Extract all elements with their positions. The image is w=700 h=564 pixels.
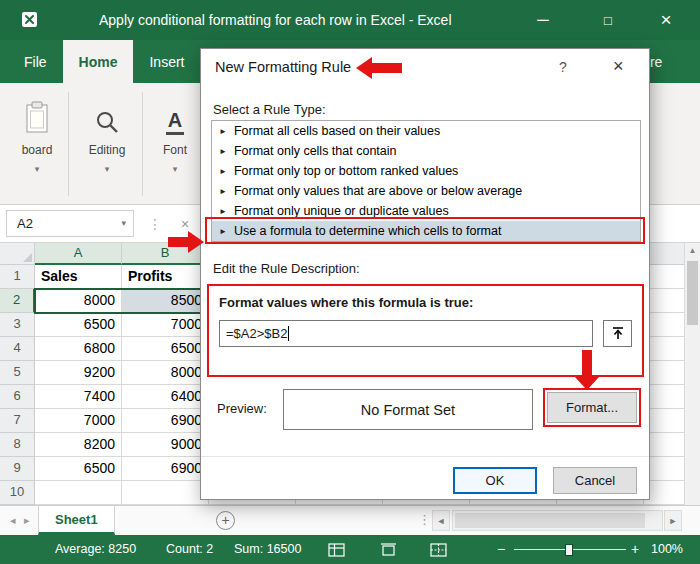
tab-home[interactable]: Home xyxy=(63,40,134,83)
formula-input[interactable]: =$A2>$B2 xyxy=(219,320,593,347)
row-header[interactable]: 8 xyxy=(0,433,35,457)
scroll-left-icon[interactable]: ◄ xyxy=(432,510,450,531)
dialog-close-button[interactable]: × xyxy=(613,56,624,77)
scroll-up-icon[interactable]: ▲ xyxy=(685,243,700,259)
normal-view-icon[interactable] xyxy=(328,543,345,561)
minimize-button[interactable]: ─ xyxy=(520,0,566,40)
cell[interactable]: Profits xyxy=(122,265,209,289)
row-header[interactable]: 7 xyxy=(0,409,35,433)
horizontal-scrollbar[interactable] xyxy=(452,510,663,531)
dialog-divider xyxy=(201,456,649,457)
column-header[interactable] xyxy=(644,243,684,265)
cell[interactable] xyxy=(644,265,684,289)
cell[interactable] xyxy=(644,337,684,361)
excel-app-icon xyxy=(21,11,38,28)
cell[interactable]: 6500 xyxy=(122,337,209,361)
row-header[interactable]: 5 xyxy=(0,361,35,385)
zoom-in-button[interactable]: + xyxy=(631,535,639,564)
cell[interactable]: 7000 xyxy=(122,313,209,337)
add-sheet-button[interactable]: + xyxy=(216,511,235,530)
row-header[interactable]: 3 xyxy=(0,313,35,337)
dialog-help-button[interactable]: ? xyxy=(559,59,567,75)
collapse-dialog-button[interactable] xyxy=(603,320,632,347)
cell[interactable]: 8200 xyxy=(35,433,122,457)
formula-cancel-icon[interactable]: × xyxy=(181,205,189,243)
cell[interactable]: 6400 xyxy=(122,385,209,409)
rule-type-option[interactable]: ►Use a formula to determine which cells … xyxy=(212,221,640,241)
cell[interactable]: 7000 xyxy=(35,409,122,433)
sheet-tab-sheet1[interactable]: Sheet1 xyxy=(38,506,115,535)
row-header[interactable]: 9 xyxy=(0,457,35,481)
page-layout-view-icon[interactable] xyxy=(380,543,397,561)
zoom-slider-handle[interactable] xyxy=(565,544,573,556)
column-header[interactable]: A xyxy=(35,243,122,265)
cell[interactable]: 6900 xyxy=(122,409,209,433)
cell[interactable] xyxy=(644,313,684,337)
cell[interactable]: 8000 xyxy=(122,361,209,385)
select-all-corner[interactable] xyxy=(0,243,35,265)
tab-insert[interactable]: Insert xyxy=(133,40,200,83)
scroll-right-icon[interactable]: ► xyxy=(664,510,682,531)
rule-type-option[interactable]: ►Format only unique or duplicate values xyxy=(212,201,640,221)
rule-type-option[interactable]: ►Format only cells that contain xyxy=(212,141,640,161)
rule-type-option[interactable]: ►Format all cells based on their values xyxy=(212,121,640,141)
zoom-out-button[interactable]: − xyxy=(497,535,505,564)
status-bar: Average: 8250 Count: 2 Sum: 16500 − xyxy=(0,535,700,564)
format-button[interactable]: Format... xyxy=(547,392,637,423)
cell[interactable]: 9000 xyxy=(122,433,209,457)
zoom-level[interactable]: 100% xyxy=(651,535,683,564)
clipboard-icon xyxy=(24,89,50,135)
rule-type-label: Format only values that are above or bel… xyxy=(234,184,522,198)
cell[interactable]: Sales xyxy=(35,265,122,289)
cell[interactable]: 8500 xyxy=(122,289,209,313)
cell[interactable] xyxy=(644,289,684,313)
excel-window: Apply conditional formatting for each ro… xyxy=(0,0,700,564)
cell[interactable]: 7400 xyxy=(35,385,122,409)
chevron-down-icon[interactable]: ▾ xyxy=(121,211,126,236)
name-box-value: A2 xyxy=(17,211,33,236)
row-header[interactable]: 6 xyxy=(0,385,35,409)
vertical-scroll-thumb[interactable] xyxy=(687,261,698,325)
cell[interactable] xyxy=(644,457,684,481)
cell[interactable] xyxy=(644,385,684,409)
cell[interactable]: 9200 xyxy=(35,361,122,385)
cell[interactable]: 6500 xyxy=(35,457,122,481)
preview-label: Preview: xyxy=(217,401,267,416)
sheet-nav-left-icon[interactable]: ◂ xyxy=(10,506,16,535)
column-header[interactable]: B xyxy=(122,243,209,265)
name-box[interactable]: A2 ▾ xyxy=(6,210,134,237)
rule-marker-icon: ► xyxy=(219,207,227,216)
cell[interactable]: 6500 xyxy=(35,313,122,337)
ok-button[interactable]: OK xyxy=(453,467,537,494)
horizontal-scroll-thumb[interactable] xyxy=(455,513,645,528)
cell[interactable] xyxy=(644,433,684,457)
cell[interactable] xyxy=(35,481,122,505)
rule-type-option[interactable]: ►Format only values that are above or be… xyxy=(212,181,640,201)
editing-group-button[interactable]: Editing ▾ xyxy=(78,89,136,199)
cell[interactable] xyxy=(644,409,684,433)
cell[interactable] xyxy=(644,361,684,385)
close-button[interactable]: × xyxy=(643,0,689,40)
row-header[interactable]: 2 xyxy=(0,289,35,313)
cell[interactable] xyxy=(122,481,209,505)
cancel-button[interactable]: Cancel xyxy=(553,467,637,494)
select-rule-type-label: Select a Rule Type: xyxy=(213,102,326,117)
tab-file[interactable]: File xyxy=(8,40,63,83)
row-header[interactable]: 1 xyxy=(0,265,35,289)
cell[interactable] xyxy=(644,481,684,505)
cell[interactable]: 8000 xyxy=(35,289,122,313)
row-header[interactable]: 10 xyxy=(0,481,35,505)
rule-type-label: Format only top or bottom ranked values xyxy=(234,164,458,178)
page-break-view-icon[interactable] xyxy=(430,543,447,561)
font-group-button[interactable]: A Font ▾ xyxy=(150,89,200,199)
grip-dots-icon[interactable]: ⋮ xyxy=(418,506,431,534)
clipboard-group-button[interactable]: board ▾ xyxy=(8,89,66,199)
chevron-down-icon: ▾ xyxy=(105,164,110,174)
row-header[interactable]: 4 xyxy=(0,337,35,361)
cell[interactable]: 6800 xyxy=(35,337,122,361)
cell[interactable]: 6900 xyxy=(122,457,209,481)
vertical-scrollbar[interactable]: ▲ xyxy=(684,243,700,505)
sheet-nav-right-icon[interactable]: ▸ xyxy=(24,506,30,535)
maximize-button[interactable]: □ xyxy=(585,0,631,40)
rule-type-option[interactable]: ►Format only top or bottom ranked values xyxy=(212,161,640,181)
